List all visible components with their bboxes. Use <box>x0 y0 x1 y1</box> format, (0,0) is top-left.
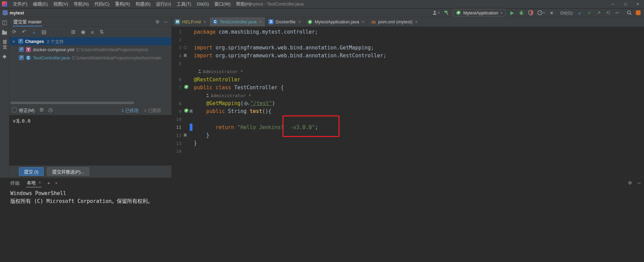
commit-button[interactable]: 提交 (I) <box>19 167 44 176</box>
run-configuration-select[interactable]: MytestApplication ∨ <box>453 9 506 16</box>
code-line[interactable]: 12 } <box>172 131 644 139</box>
horizontal-scrollbar[interactable] <box>10 102 134 104</box>
filter-icon[interactable]: ≡ <box>91 29 94 35</box>
code-text[interactable]: package com.mashibing.mytest.controller; <box>194 29 318 35</box>
terminal-options-chevron[interactable]: ∨ <box>55 181 57 185</box>
menu-item[interactable]: 窗口(W) <box>212 0 233 8</box>
code-line[interactable]: 4import org.springframework.web.bind.ann… <box>172 52 644 60</box>
editor-tab[interactable]: mpom.xml (mytest)× <box>368 17 421 26</box>
debug-button[interactable] <box>519 10 524 16</box>
close-icon[interactable]: × <box>38 180 41 185</box>
open-in-browser-icon[interactable] <box>244 102 248 105</box>
layout-icon[interactable] <box>2 21 7 25</box>
minimize-button[interactable]: ─ <box>607 0 619 8</box>
rollback-icon[interactable]: ↶ <box>22 29 26 35</box>
gear-icon[interactable]: ⚙ <box>628 180 632 185</box>
code-text[interactable]: } <box>194 140 197 146</box>
run-button[interactable]: ▶ <box>509 10 515 16</box>
inlay-hint-row[interactable]: Administrator * <box>172 68 644 76</box>
shelve-icon[interactable]: ⇣ <box>32 29 36 35</box>
close-icon[interactable]: × <box>259 19 262 24</box>
menu-item[interactable]: 编辑(E) <box>30 0 51 8</box>
code-line[interactable]: 11 return "Hello Jenkins! -v3.0.0"; <box>172 123 644 131</box>
editor-tab[interactable]: DDockerfile× <box>265 17 304 26</box>
search-everywhere-button[interactable] <box>626 10 632 16</box>
refresh-icon[interactable]: ⟳ <box>12 29 16 35</box>
menu-item[interactable]: 构建(B) <box>133 0 153 8</box>
undo-button[interactable]: ↩ <box>614 10 620 16</box>
new-terminal-button[interactable]: + <box>47 180 50 186</box>
changes-root-row[interactable]: ∨ Changes 2 个文件 <box>9 37 171 45</box>
code-line[interactable]: 1package com.mashibing.mytest.controller… <box>172 28 644 36</box>
code-with-me-icon[interactable]: ∨ <box>432 10 440 16</box>
menu-item[interactable]: 代码(C) <box>91 0 112 8</box>
close-button[interactable]: × <box>632 0 644 8</box>
gutter-bookmark-icon[interactable] <box>184 54 187 58</box>
gear-icon[interactable]: ⚙ <box>155 19 159 24</box>
close-icon[interactable]: × <box>362 19 365 24</box>
editor-tab[interactable]: CTestController.java× <box>210 17 266 26</box>
project-toolwindow-icon[interactable] <box>2 31 7 35</box>
view-options-icon[interactable]: ◉ <box>81 29 86 35</box>
hide-terminal-icon[interactable]: ─ <box>637 180 641 185</box>
code-editor[interactable]: 1package com.mashibing.mytest.controller… <box>172 28 644 155</box>
editor-tab[interactable]: MytestApplication.java× <box>304 17 368 26</box>
code-text[interactable]: public class TestController { <box>194 84 284 91</box>
maximize-button[interactable]: □ <box>619 0 632 8</box>
file-checkbox[interactable] <box>19 47 24 52</box>
spring-bean-icon[interactable] <box>184 108 189 114</box>
structure-toolwindow-icon[interactable] <box>2 55 6 58</box>
code-line[interactable]: 9 public String test(){ <box>172 107 644 115</box>
spring-bean-icon[interactable] <box>184 84 189 91</box>
hide-panel-icon[interactable]: ─ <box>164 19 167 24</box>
coverage-button[interactable] <box>528 10 533 16</box>
code-text[interactable]: import org.springframework.web.bind.anno… <box>194 45 374 51</box>
code-line[interactable]: 10 <box>172 115 644 123</box>
inlay-hint-row[interactable]: Administrator * <box>172 92 644 100</box>
code-line[interactable]: 6@RestController <box>172 76 644 83</box>
url-link[interactable]: "/test" <box>250 100 272 106</box>
terminal-tab-local[interactable]: 本地 × <box>26 178 42 187</box>
code-text[interactable]: return "Hello Jenkins! -v3.0.0"; <box>194 124 318 130</box>
code-line[interactable]: 8 @GetMapping(∨"/test") <box>172 100 644 107</box>
menu-item[interactable]: 重构(R) <box>112 0 133 8</box>
menu-item[interactable]: 工具(T) <box>174 0 194 8</box>
commit-toolwindow-button[interactable]: 提交 <box>2 40 8 50</box>
editor-tab[interactable]: MHELP.md× <box>172 17 210 26</box>
menu-item[interactable]: 视图(V) <box>51 0 71 8</box>
code-text[interactable]: @GetMapping(∨"/test") <box>194 100 275 106</box>
file-checkbox[interactable] <box>19 55 24 60</box>
code-text[interactable]: @RestController <box>194 77 240 83</box>
gutter-gear-icon[interactable] <box>184 46 187 49</box>
commit-to-branch-tab[interactable]: 提交至 master <box>13 17 42 26</box>
ide-errors-icon[interactable] <box>636 10 641 15</box>
menu-item[interactable]: 导航(N) <box>71 0 91 8</box>
gutter-bookmark-icon[interactable] <box>190 110 192 113</box>
profiler-button[interactable]: ∨ <box>537 10 545 16</box>
menu-item[interactable]: 运行(U) <box>153 0 174 8</box>
group-by-icon[interactable]: ⊞ <box>71 29 76 35</box>
chevron-down-icon[interactable]: ∨ <box>11 39 16 43</box>
changes-checkbox[interactable] <box>18 39 23 44</box>
git-push-button[interactable]: ↗ <box>596 10 601 16</box>
close-icon[interactable]: × <box>203 19 206 24</box>
code-line[interactable]: 2 <box>172 36 644 44</box>
git-commit-button[interactable]: ✓ <box>587 10 592 16</box>
stop-button[interactable]: ■ <box>549 10 554 16</box>
expand-collapse-icon[interactable]: ⇅ <box>99 29 104 35</box>
project-widget[interactable]: mytest <box>0 10 24 15</box>
gear-icon[interactable]: ⚙ <box>40 107 44 113</box>
gutter-bookmark-icon[interactable] <box>184 134 187 137</box>
code-line[interactable]: 14 <box>172 147 644 155</box>
code-text[interactable]: } <box>194 132 209 138</box>
menu-item[interactable]: 文件(F) <box>10 0 30 8</box>
changed-file-row[interactable]: CTestController.javaC:\Users\lihailin\Id… <box>9 54 171 62</box>
patch-icon[interactable]: ▤ <box>42 29 46 35</box>
git-update-button[interactable]: ↙ <box>577 10 583 16</box>
history-button[interactable]: ⟲ <box>605 10 611 16</box>
changed-file-row[interactable]: Ydocker-compose.ymlC:\Users\lihailin\Ide… <box>9 45 171 54</box>
code-text[interactable]: public String test(){ <box>194 108 271 114</box>
close-icon[interactable]: × <box>415 19 418 24</box>
amend-checkbox[interactable] <box>12 107 17 112</box>
terminal-output[interactable]: Windows PowerShell版权所有 (C) Microsoft Cor… <box>0 187 644 205</box>
